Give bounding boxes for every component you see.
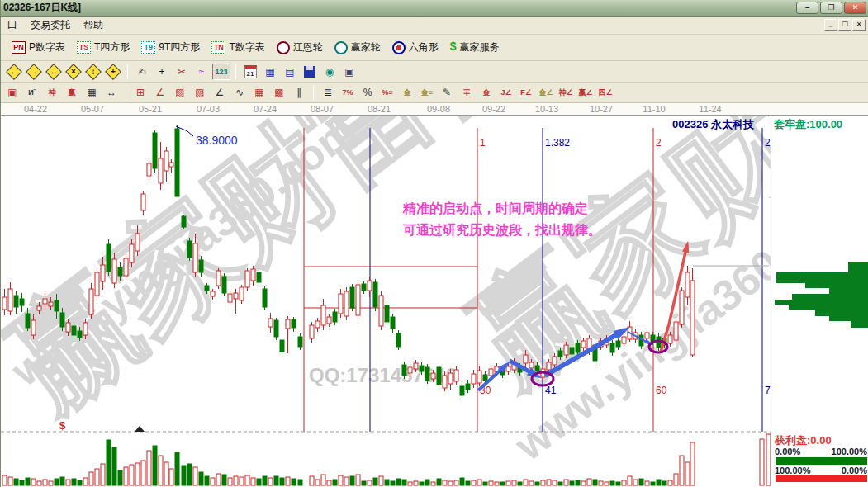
candle-body	[321, 305, 325, 325]
win-angle-icon[interactable]: 赢∠	[576, 84, 595, 101]
wave-tool-icon[interactable]: ∿	[230, 84, 249, 101]
parallel-lines-icon[interactable]: ∥	[290, 84, 308, 101]
volume-bar	[205, 476, 209, 485]
hand-tool-icon[interactable]: ✍	[133, 64, 151, 80]
percent-icon[interactable]: %	[358, 84, 377, 101]
candle-body	[211, 291, 215, 296]
grid-arrow-icon[interactable]: ▩	[270, 84, 288, 101]
volume-bar	[662, 481, 666, 485]
h-span-icon[interactable]: ↔	[102, 84, 121, 101]
cycle-top-label: 2	[656, 137, 662, 149]
gann-fan-icon[interactable]: ∠	[151, 84, 169, 101]
t-number-table-button[interactable]: TNT数字表	[206, 39, 270, 56]
percent-lines-icon[interactable]: %≡	[378, 84, 396, 101]
winner-service-button[interactable]: $赢家服务	[444, 39, 505, 56]
volume-bar	[356, 475, 360, 485]
si-angle-icon[interactable]: 四∠	[596, 84, 614, 101]
mdi-close-button[interactable]: ✕	[852, 19, 866, 31]
mdi-minimize-button[interactable]: _	[824, 19, 837, 31]
volume-bar	[350, 476, 354, 485]
hexagon-button[interactable]: 六角形	[387, 39, 444, 56]
volume-bar	[228, 478, 232, 485]
angle-marks-icon[interactable]: И˝	[23, 84, 41, 101]
volume-bar	[292, 479, 296, 485]
j-angle-icon[interactable]: J∠	[497, 84, 515, 101]
9t-square-button[interactable]: T99T四方形	[135, 39, 206, 56]
menu-item-交易委托[interactable]: 交易委托	[24, 17, 77, 34]
calculator-icon[interactable]: ▦	[261, 64, 279, 80]
candle-body	[379, 296, 383, 326]
volume-bar	[112, 447, 116, 485]
p-number-table-icon: PN	[12, 41, 26, 54]
candle-body	[31, 320, 36, 335]
brush-icon[interactable]: ✎	[438, 84, 456, 101]
chip-profile-bar	[851, 321, 868, 328]
close-button[interactable]: ✕	[844, 2, 866, 14]
diamond-next-icon[interactable]: →	[25, 64, 43, 80]
gann-box-icon[interactable]: ⊞	[131, 84, 149, 101]
f-angle-icon[interactable]: F∠	[517, 84, 535, 101]
cycle-123-icon[interactable]: 123	[212, 64, 230, 80]
gold-angle-icon[interactable]: 金∠	[537, 84, 555, 101]
navigation-toolbar: ←→↔×↕+✍+✂≈12321▦▤◉▣	[1, 61, 868, 83]
candle-body	[280, 340, 284, 352]
gold-circle-icon[interactable]: 金	[398, 84, 416, 101]
date-tick-05-07: 05-07	[81, 104, 104, 114]
volume-bar	[60, 477, 64, 485]
crosshair-icon[interactable]: +	[153, 64, 171, 80]
polyline-tool-icon[interactable]: ≈	[192, 64, 211, 80]
notes-icon[interactable]: ▤	[281, 64, 299, 80]
candle-body	[159, 158, 163, 183]
fib-zone-icon[interactable]: ▧	[191, 84, 209, 101]
shen-angle-icon[interactable]: 神∠	[557, 84, 575, 101]
diamond-move-icon[interactable]: +	[104, 64, 122, 80]
mdi-restore-button[interactable]: ❐	[838, 19, 851, 31]
volume-bar	[622, 480, 626, 485]
p-number-table-button[interactable]: PNP数字表	[6, 39, 71, 56]
trapped-chips-label: 套牢盘:100.00	[774, 117, 842, 132]
winner-wheel-button[interactable]: 赢家轮	[329, 39, 387, 56]
volume-bar	[500, 482, 505, 485]
volume-bar	[437, 479, 441, 485]
grid-target-icon[interactable]: ▣	[3, 84, 21, 101]
cycle-bottom-label: 71	[765, 385, 771, 396]
menu-item-口[interactable]: 口	[1, 17, 24, 34]
chart-area[interactable]: 赢家财富网赢家财富网www.yingjia360.comwww.yingjia3…	[1, 116, 868, 487]
print-icon[interactable]: ▣	[340, 64, 358, 80]
gold-lines-icon[interactable]: 金≡	[418, 84, 436, 101]
red-grid-icon[interactable]: ▦	[250, 84, 268, 101]
diamond-prev-icon[interactable]: ←	[5, 64, 23, 80]
volume-bar	[425, 480, 429, 485]
web-data-icon[interactable]: ◉	[320, 64, 339, 80]
menu-item-帮助[interactable]: 帮助	[77, 17, 110, 34]
cut-tool-icon[interactable]: ✂	[173, 64, 191, 80]
date-tick-11-10: 11-10	[643, 104, 665, 114]
gann-wheel-button[interactable]: 江恩轮	[271, 39, 329, 56]
candle-body	[20, 299, 24, 305]
diamond-expand-v-icon[interactable]: ↕	[84, 64, 102, 80]
diamond-expand-h-icon[interactable]: ↔	[45, 64, 63, 80]
candlestick-chart[interactable]: 赢家财富网赢家财富网www.yingjia360.comwww.yingjia3…	[1, 116, 771, 487]
candle-body	[570, 348, 574, 354]
dense-grid-icon[interactable]: ▦	[83, 84, 101, 101]
minimize-button[interactable]: –	[796, 2, 818, 14]
percent-7-icon[interactable]: 7%	[339, 84, 357, 101]
t-square-button[interactable]: TST四方形	[71, 39, 135, 56]
calendar-icon[interactable]: 21	[241, 64, 259, 80]
date-tick-11-24: 11-24	[699, 104, 721, 114]
win-tool-icon[interactable]: 赢	[63, 84, 81, 101]
restore-button[interactable]: ❐	[820, 2, 842, 14]
gold-section-icon[interactable]: 金	[477, 84, 496, 101]
candle-body	[431, 373, 435, 379]
candle-body	[414, 363, 418, 369]
volume-bar	[628, 476, 632, 485]
fib-arc-icon[interactable]: ▨	[171, 84, 189, 101]
shen-tool-icon[interactable]: 神	[43, 84, 61, 101]
gann-axis-icon[interactable]: ∓	[458, 84, 476, 101]
ruler-lines-icon[interactable]: ≣	[319, 84, 337, 101]
trend-angle-icon[interactable]: ∠	[211, 84, 229, 101]
save-icon[interactable]	[301, 64, 319, 80]
candle-body	[685, 272, 690, 297]
candle-body	[576, 343, 580, 352]
diamond-cross-icon[interactable]: ×	[64, 64, 83, 80]
